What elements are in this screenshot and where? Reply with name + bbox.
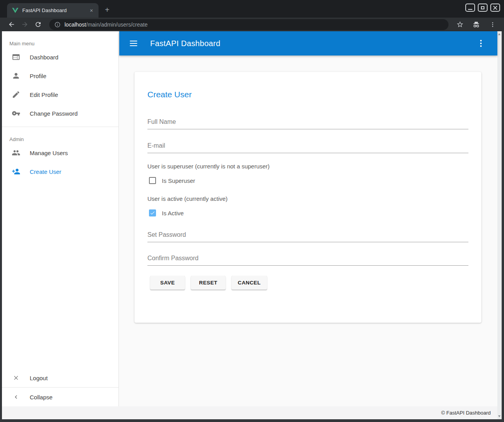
check-icon xyxy=(150,210,155,216)
toolbar-right-icons xyxy=(453,19,499,30)
is-active-checkbox-row[interactable]: Is Active xyxy=(147,209,468,216)
app-header: FastAPI Dashboard xyxy=(119,31,497,55)
active-hint: User is active (currently active) xyxy=(147,195,468,202)
browser-window: FastAPI Dashboard × + localhost/main/adm… xyxy=(0,0,504,422)
dashboard-icon xyxy=(11,52,21,62)
is-superuser-checkbox[interactable] xyxy=(149,177,156,184)
bookmark-star-icon[interactable] xyxy=(453,19,466,30)
incognito-icon xyxy=(470,19,483,30)
sidebar-item-label: Change Password xyxy=(30,110,78,117)
scrollbar-down-arrow[interactable] xyxy=(498,415,500,417)
form-buttons: SAVE RESET CANCEL xyxy=(147,276,468,290)
email-input[interactable] xyxy=(147,142,468,153)
set-password-input[interactable] xyxy=(147,231,468,242)
sidebar: Main menu Dashboard Profile xyxy=(2,31,119,406)
person-add-icon xyxy=(11,167,21,176)
sidebar-item-create-user[interactable]: Create User xyxy=(2,162,118,181)
close-window-button[interactable] xyxy=(490,4,500,12)
confirm-password-input[interactable] xyxy=(147,255,468,266)
is-superuser-label: Is Superuser xyxy=(162,177,195,184)
hamburger-menu-icon[interactable] xyxy=(130,39,139,48)
browser-toolbar: localhost/main/admin/users/create xyxy=(0,18,504,31)
sidebar-item-label: Collapse xyxy=(30,394,52,401)
page-scrollbar[interactable] xyxy=(497,31,502,419)
sidebar-item-logout[interactable]: Logout xyxy=(2,368,118,387)
vue-logo-icon xyxy=(12,8,18,13)
browser-menu-icon[interactable] xyxy=(486,19,499,30)
edit-icon xyxy=(11,90,21,99)
sidebar-item-change-password[interactable]: Change Password xyxy=(2,104,118,123)
forward-icon[interactable] xyxy=(18,19,31,30)
sidebar-item-dashboard[interactable]: Dashboard xyxy=(2,48,118,66)
full-name-input[interactable] xyxy=(147,118,468,129)
sidebar-item-profile[interactable]: Profile xyxy=(2,66,118,85)
url-path: /main/admin/users/create xyxy=(86,21,147,28)
sidebar-item-label: Logout xyxy=(30,375,48,381)
create-user-card: Create User User is superuser (currently… xyxy=(135,72,481,323)
tab-close-icon[interactable]: × xyxy=(88,7,95,14)
copyright-text: © FastAPI Dashboard xyxy=(441,410,491,416)
info-icon[interactable] xyxy=(54,21,61,28)
new-tab-button[interactable]: + xyxy=(102,5,112,15)
minimize-button[interactable] xyxy=(465,4,475,12)
sidebar-item-label: Manage Users xyxy=(30,150,68,156)
sidebar-item-label: Profile xyxy=(30,73,47,79)
is-active-label: Is Active xyxy=(162,210,184,216)
browser-tab-strip: FastAPI Dashboard × + xyxy=(0,0,504,18)
chevron-left-icon xyxy=(11,392,21,402)
reload-icon[interactable] xyxy=(31,19,45,30)
window-controls xyxy=(465,4,500,12)
browser-tab[interactable]: FastAPI Dashboard × xyxy=(7,3,99,18)
close-icon xyxy=(11,373,21,383)
sidebar-item-edit-profile[interactable]: Edit Profile xyxy=(2,85,118,104)
page-footer: © FastAPI Dashboard xyxy=(2,406,497,419)
maximize-button[interactable] xyxy=(478,4,488,12)
sidebar-item-collapse[interactable]: Collapse xyxy=(2,388,118,406)
person-icon xyxy=(11,71,21,80)
sidebar-section-admin: Admin xyxy=(2,127,118,143)
tab-title: FastAPI Dashboard xyxy=(22,7,88,13)
url-text: localhost/main/admin/users/create xyxy=(65,21,147,28)
url-host: localhost xyxy=(65,21,86,28)
save-button[interactable]: SAVE xyxy=(150,276,185,290)
superuser-hint: User is superuser (currently is not a su… xyxy=(147,163,468,170)
card-title: Create User xyxy=(147,90,468,99)
app-menu-icon[interactable] xyxy=(476,39,486,48)
is-active-checkbox[interactable] xyxy=(149,209,156,216)
address-bar[interactable]: localhost/main/admin/users/create xyxy=(49,19,448,30)
reset-button[interactable]: RESET xyxy=(191,276,226,290)
sidebar-item-manage-users[interactable]: Manage Users xyxy=(2,143,118,162)
page-content: Main menu Dashboard Profile xyxy=(2,31,502,419)
sidebar-item-label: Create User xyxy=(30,168,61,175)
is-superuser-checkbox-row[interactable]: Is Superuser xyxy=(147,177,468,184)
people-icon xyxy=(11,148,21,157)
sidebar-bottom: Logout Collapse xyxy=(2,368,118,406)
sidebar-item-label: Dashboard xyxy=(30,54,58,61)
key-icon xyxy=(11,109,21,118)
app-title: FastAPI Dashboard xyxy=(150,39,221,48)
scrollbar-up-arrow[interactable] xyxy=(498,33,500,35)
sidebar-section-main-menu: Main menu xyxy=(2,31,118,48)
back-icon[interactable] xyxy=(5,19,18,30)
main-area: FastAPI Dashboard Create User User is su… xyxy=(119,31,497,406)
cancel-button[interactable]: CANCEL xyxy=(231,276,267,290)
sidebar-item-label: Edit Profile xyxy=(30,91,58,98)
